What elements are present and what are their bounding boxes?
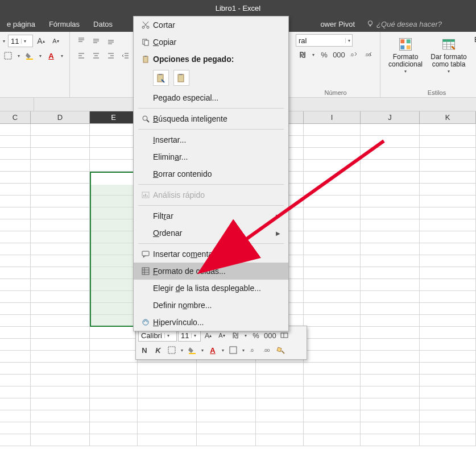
column-header-I[interactable]: I xyxy=(304,111,361,123)
cell[interactable] xyxy=(304,386,361,398)
increase-font-button[interactable]: A▴ xyxy=(34,34,48,48)
cell[interactable] xyxy=(361,136,420,148)
mini-format-painter[interactable] xyxy=(275,344,287,356)
cell[interactable] xyxy=(304,124,361,136)
cell[interactable] xyxy=(0,267,31,279)
menu-item-define-name[interactable]: Definir nombre... xyxy=(134,297,288,314)
menu-item-sort[interactable]: Ordenar ▶ xyxy=(134,224,288,242)
table-row[interactable] xyxy=(0,398,476,410)
cell[interactable] xyxy=(31,207,90,219)
cell[interactable] xyxy=(361,148,420,160)
tab-data[interactable]: Datos xyxy=(86,16,119,32)
cell[interactable] xyxy=(256,375,304,386)
font-size-combo[interactable]: 11▾ xyxy=(8,35,33,47)
cell[interactable] xyxy=(361,422,420,434)
cell[interactable] xyxy=(304,363,361,375)
cell[interactable] xyxy=(90,148,138,160)
cell[interactable] xyxy=(361,267,420,279)
cell[interactable] xyxy=(304,375,361,386)
cell[interactable] xyxy=(0,303,31,315)
cell[interactable] xyxy=(31,196,90,207)
mini-borders-button[interactable] xyxy=(227,344,239,356)
menu-item-insert-comment[interactable]: Insertar comentario xyxy=(134,246,288,263)
tell-me-search[interactable]: ¿Qué desea hacer? xyxy=(366,20,442,28)
cell[interactable] xyxy=(361,327,420,339)
cell[interactable] xyxy=(304,279,361,291)
cell[interactable] xyxy=(420,422,476,434)
cell[interactable] xyxy=(420,136,476,148)
cell[interactable] xyxy=(361,231,420,243)
menu-item-pick-from-list[interactable]: Elegir de la lista desplegable... xyxy=(134,280,288,297)
cell[interactable] xyxy=(420,410,476,422)
decrease-indent-button[interactable] xyxy=(119,49,133,63)
menu-item-paste-special[interactable]: Pegado especial... xyxy=(134,89,288,106)
cell[interactable] xyxy=(138,398,197,410)
cell[interactable] xyxy=(31,255,90,267)
cell[interactable] xyxy=(31,315,90,327)
cell[interactable] xyxy=(0,363,31,375)
menu-item-format-cells[interactable]: Formato de celdas... xyxy=(134,263,288,280)
cell[interactable] xyxy=(31,291,90,303)
cell[interactable] xyxy=(197,410,256,422)
cell[interactable] xyxy=(304,231,361,243)
cell[interactable] xyxy=(31,124,90,136)
cell[interactable] xyxy=(304,207,361,219)
number-format-combo[interactable]: ral ▾ xyxy=(296,34,353,47)
cell[interactable] xyxy=(31,339,90,351)
cell[interactable] xyxy=(0,351,31,363)
cell[interactable] xyxy=(0,339,31,351)
cell[interactable] xyxy=(31,375,90,386)
cell[interactable] xyxy=(138,410,197,422)
cell[interactable] xyxy=(31,184,90,196)
cell[interactable] xyxy=(256,386,304,398)
cell[interactable] xyxy=(31,219,90,231)
cell[interactable] xyxy=(361,291,420,303)
cell[interactable] xyxy=(420,148,476,160)
cell[interactable] xyxy=(31,422,90,434)
cell[interactable] xyxy=(304,160,361,172)
cell[interactable] xyxy=(90,386,138,398)
decrease-font-button[interactable]: A▾ xyxy=(49,34,63,48)
cell[interactable] xyxy=(31,386,90,398)
cell[interactable] xyxy=(90,136,138,148)
cell[interactable] xyxy=(420,434,476,446)
cell[interactable] xyxy=(361,184,420,196)
menu-item-cut[interactable]: Cortar xyxy=(134,16,288,34)
cell[interactable] xyxy=(304,398,361,410)
cell[interactable] xyxy=(361,363,420,375)
comma-format-button[interactable]: 000 xyxy=(332,48,346,61)
cell[interactable] xyxy=(0,398,31,410)
cell[interactable] xyxy=(0,279,31,291)
cell[interactable] xyxy=(361,398,420,410)
cell[interactable] xyxy=(138,386,197,398)
cell[interactable] xyxy=(0,124,31,136)
cell[interactable] xyxy=(256,410,304,422)
table-row[interactable] xyxy=(0,386,476,398)
table-row[interactable] xyxy=(0,375,476,386)
cell[interactable] xyxy=(197,398,256,410)
menu-item-delete[interactable]: Eliminar... xyxy=(134,148,288,165)
cell[interactable] xyxy=(31,136,90,148)
cell[interactable] xyxy=(420,303,476,315)
cell[interactable] xyxy=(420,375,476,386)
cell[interactable] xyxy=(361,351,420,363)
cell[interactable] xyxy=(304,434,361,446)
tab-page-layout[interactable]: e página xyxy=(0,16,42,32)
cell[interactable] xyxy=(304,410,361,422)
align-center-button[interactable] xyxy=(89,49,103,63)
menu-item-insert[interactable]: Insertar... xyxy=(134,131,288,148)
mini-font-color-button[interactable]: A xyxy=(206,344,219,356)
mini-border-button[interactable] xyxy=(165,344,178,356)
cell[interactable] xyxy=(0,410,31,422)
cell[interactable] xyxy=(304,422,361,434)
table-row[interactable] xyxy=(0,410,476,422)
column-header-E[interactable]: E xyxy=(90,111,138,123)
decrease-decimal-button[interactable]: .00 xyxy=(362,48,375,61)
font-dropdown-icon[interactable]: ▾ xyxy=(1,39,7,44)
cell[interactable] xyxy=(138,363,197,375)
cell[interactable] xyxy=(90,398,138,410)
cell[interactable] xyxy=(361,172,420,184)
cell[interactable] xyxy=(420,351,476,363)
tab-formulas[interactable]: Fórmulas xyxy=(42,16,86,32)
cell[interactable] xyxy=(0,315,31,327)
